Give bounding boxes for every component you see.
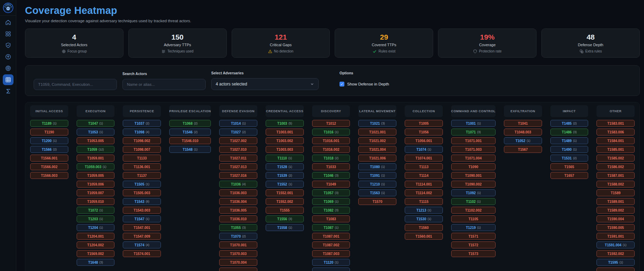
technique-cell[interactable]: T1505.003 xyxy=(123,189,161,196)
technique-cell[interactable]: T1016.002 xyxy=(312,146,350,153)
technique-cell[interactable]: T1587.001 xyxy=(596,172,635,179)
technique-cell[interactable]: T1016(1) xyxy=(312,129,350,136)
technique-cell[interactable]: T1098(4) xyxy=(123,129,161,136)
technique-cell[interactable]: T1059.007 xyxy=(77,189,115,196)
technique-cell[interactable]: T1102(1) xyxy=(451,198,496,205)
technique-cell[interactable]: T1102.002 xyxy=(451,207,496,214)
technique-cell[interactable]: T1059.006 xyxy=(77,181,115,188)
technique-cell[interactable]: T1082(3) xyxy=(312,207,350,214)
technique-cell[interactable]: T1021.002 xyxy=(358,137,396,144)
technique-cell[interactable]: T1087(1) xyxy=(312,224,350,231)
technique-cell[interactable]: T1585.001 xyxy=(596,146,635,153)
technique-cell[interactable]: T1105 xyxy=(451,215,496,222)
technique-cell[interactable]: T1539(2) xyxy=(266,172,304,179)
technique-cell[interactable]: T1547.001 xyxy=(123,224,161,231)
technique-cell[interactable]: T1552.001 xyxy=(266,189,304,196)
technique-cell[interactable]: T1543.003 xyxy=(123,207,161,214)
technique-cell[interactable]: T1490(1) xyxy=(550,146,589,153)
technique-cell[interactable]: T1552(1) xyxy=(266,181,304,188)
technique-cell[interactable]: T1566.001 xyxy=(30,155,68,162)
technique-cell[interactable]: T1018(2) xyxy=(312,155,350,162)
technique-cell[interactable]: T1486(3) xyxy=(550,129,589,136)
technique-cell[interactable]: T1570 xyxy=(358,198,396,205)
technique-cell[interactable]: T1036.010 xyxy=(219,215,257,222)
technique-cell[interactable]: T1048.003 xyxy=(504,129,542,136)
technique-cell[interactable]: T1003.002 xyxy=(266,137,304,144)
technique-cell[interactable]: T1072(1) xyxy=(77,207,115,214)
technique-cell[interactable]: T1591.004(1) xyxy=(596,241,635,248)
technique-cell[interactable] xyxy=(312,268,350,271)
technique-cell[interactable]: T1589 xyxy=(596,189,635,196)
technique-cell[interactable]: T1569.002 xyxy=(77,250,115,257)
technique-cell[interactable]: T1080(1) xyxy=(358,163,396,170)
technique-cell[interactable]: T1003(5) xyxy=(266,120,304,127)
technique-cell[interactable]: T1070(2) xyxy=(219,233,257,240)
technique-cell[interactable]: T1555 xyxy=(266,207,304,214)
technique-cell[interactable]: T1036.003 xyxy=(219,189,257,196)
technique-cell[interactable]: T1657 xyxy=(550,172,589,179)
technique-cell[interactable]: T1589.002 xyxy=(596,207,635,214)
technique-cell[interactable]: T1070.004 xyxy=(219,259,257,266)
technique-cell[interactable]: T1059.005 xyxy=(77,172,115,179)
technique-cell[interactable]: T1219(1) xyxy=(451,224,496,231)
sidebar-item-shield-check[interactable] xyxy=(3,40,14,51)
technique-cell[interactable]: T1595(1) xyxy=(596,259,635,266)
technique-cell[interactable]: T1115 xyxy=(405,198,443,205)
technique-cell[interactable]: T1560 xyxy=(405,224,443,231)
technique-cell[interactable]: T1083 xyxy=(312,215,350,222)
technique-cell[interactable]: T1546(2) xyxy=(169,129,211,136)
technique-cell[interactable]: T1548(1) xyxy=(169,146,211,153)
technique-cell[interactable]: T1027.013 xyxy=(219,163,257,170)
technique-cell[interactable]: T1014(1) xyxy=(219,120,257,127)
technique-cell[interactable]: T1213(1) xyxy=(405,207,443,214)
technique-cell[interactable]: T1068(2) xyxy=(169,120,211,127)
technique-cell[interactable]: T1563(1) xyxy=(358,189,396,196)
technique-cell[interactable]: T1001(1) xyxy=(451,120,496,127)
technique-cell[interactable]: T1090 xyxy=(451,163,496,170)
technique-cell[interactable]: T1092(1) xyxy=(451,189,496,196)
technique-cell[interactable]: T1547.009 xyxy=(123,233,161,240)
technique-cell[interactable]: T1137 xyxy=(123,172,161,179)
technique-cell[interactable]: T1190 xyxy=(30,129,68,136)
technique-cell[interactable]: T1588.002 xyxy=(596,181,635,188)
technique-cell[interactable]: T1059.003(1) xyxy=(77,163,115,170)
technique-cell[interactable]: T1027.010 xyxy=(219,146,257,153)
sidebar-item-heatmap-grid[interactable] xyxy=(3,74,14,85)
technique-cell[interactable]: T1648(3) xyxy=(77,259,115,266)
technique-cell[interactable]: T1204.001 xyxy=(77,233,115,240)
technique-cell[interactable]: T1489(1) xyxy=(550,137,589,144)
technique-cell[interactable]: T1583.001 xyxy=(596,120,635,127)
technique-cell[interactable]: T1566.002 xyxy=(30,163,68,170)
technique-cell[interactable]: T1070.001 xyxy=(219,241,257,248)
technique-cell[interactable]: T1113 xyxy=(405,163,443,170)
technique-cell[interactable]: T1585.002 xyxy=(596,155,635,162)
technique-cell[interactable]: T1041 xyxy=(504,120,542,127)
technique-cell[interactable]: T1074(1) xyxy=(405,146,443,153)
defense-depth-checkbox[interactable]: ✓ xyxy=(340,82,344,87)
technique-cell[interactable]: T1071.004 xyxy=(451,155,496,162)
technique-cell[interactable]: T1120(1) xyxy=(312,259,350,266)
technique-cell[interactable]: T1567 xyxy=(504,146,542,153)
technique-cell[interactable]: T1114.001 xyxy=(405,181,443,188)
technique-cell[interactable]: T1547(1) xyxy=(123,215,161,222)
technique-cell[interactable]: T1543(8) xyxy=(123,198,161,205)
technique-cell[interactable]: T1021.004 xyxy=(358,146,396,153)
technique-cell[interactable]: T1059.010 xyxy=(77,198,115,205)
technique-cell[interactable]: T1074.001 xyxy=(405,155,443,162)
technique-cell[interactable]: T1071.003 xyxy=(451,146,496,153)
technique-cell[interactable]: T1572 xyxy=(451,241,496,248)
technique-cell[interactable]: T1090.001 xyxy=(451,172,496,179)
sidebar-item-dashboard[interactable] xyxy=(3,28,14,39)
technique-cell[interactable]: T1110(1) xyxy=(266,155,304,162)
technique-cell[interactable]: T1565 xyxy=(550,163,589,170)
technique-cell[interactable]: T1485(2) xyxy=(550,120,589,127)
technique-cell[interactable]: T1056.001 xyxy=(405,137,443,144)
technique-cell[interactable]: T1049 xyxy=(312,181,350,188)
technique-cell[interactable]: T1053(1) xyxy=(77,129,115,136)
technique-cell[interactable]: T1114.002 xyxy=(405,189,443,196)
technique-cell[interactable]: T1114 xyxy=(405,172,443,179)
sidebar-item-sigma[interactable] xyxy=(3,86,14,97)
technique-cell[interactable]: T1021(3) xyxy=(358,120,396,127)
technique-cell[interactable]: T1033 xyxy=(312,163,350,170)
technique-cell[interactable]: T1087.001 xyxy=(312,233,350,240)
